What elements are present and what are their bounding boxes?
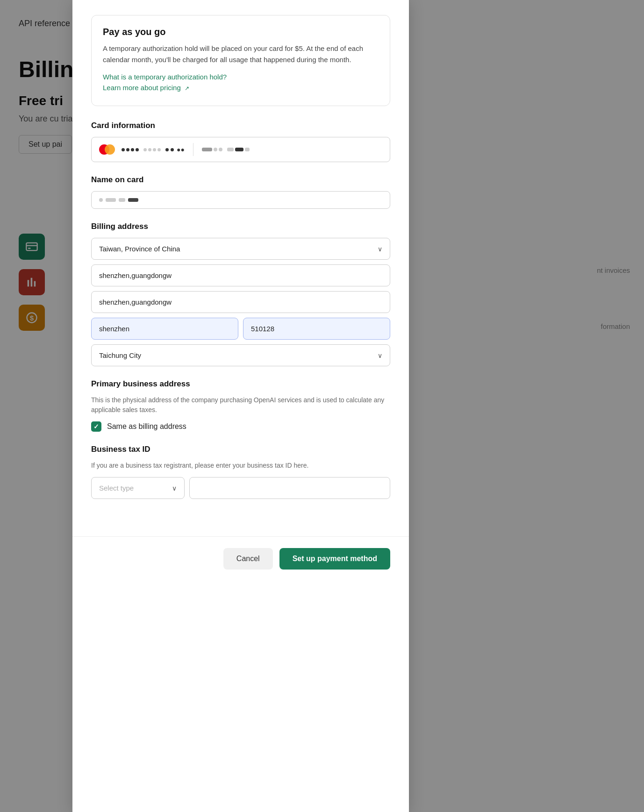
tax-type-select[interactable]: Select type ∨ <box>91 477 185 499</box>
primary-business-desc: This is the physical address of the comp… <box>91 395 390 415</box>
dot-dark <box>128 198 138 202</box>
info-card-description: A temporary authorization hold will be p… <box>103 43 379 65</box>
business-tax-desc: If you are a business tax registrant, pl… <box>91 461 390 470</box>
card-last-digits: ●● <box>165 146 185 153</box>
billing-address-title: Billing address <box>91 222 390 231</box>
card-info-section: Card information <box>91 121 390 162</box>
mastercard-icon <box>99 144 117 155</box>
country-select[interactable]: Taiwan, Province of China ∨ <box>91 238 390 260</box>
pay-as-you-go-card: Pay as you go A temporary authorization … <box>91 15 390 106</box>
dot <box>165 148 169 151</box>
modal-footer: Cancel Set up payment method <box>72 536 409 588</box>
tax-fields-row: Select type ∨ <box>91 477 390 499</box>
state-value: Taichung City <box>99 351 141 359</box>
business-tax-title: Business tax ID <box>91 445 390 454</box>
address-line2-input[interactable] <box>91 291 390 313</box>
primary-business-section: Primary business address This is the phy… <box>91 379 390 432</box>
check-icon: ✓ <box>93 423 99 430</box>
pricing-link[interactable]: Learn more about pricing ↗ <box>103 84 379 92</box>
dot <box>171 148 174 151</box>
cancel-button[interactable]: Cancel <box>223 548 273 570</box>
pricing-link-text: Learn more about pricing <box>103 84 181 92</box>
dot <box>143 148 147 151</box>
dot <box>148 148 151 151</box>
same-as-billing-label: Same as billing address <box>107 422 186 431</box>
info-card-title: Pay as you go <box>103 27 379 37</box>
same-as-billing-row: ✓ Same as billing address <box>91 421 390 432</box>
cvc-dots <box>227 148 234 151</box>
cvc-last <box>235 148 243 151</box>
city-postal-row <box>91 318 390 340</box>
cvc-field <box>227 148 250 151</box>
country-value: Taiwan, Province of China <box>99 245 180 253</box>
chevron-down-icon: ∨ <box>172 484 177 492</box>
external-link-icon: ↗ <box>185 85 189 92</box>
dot <box>106 198 116 202</box>
name-on-card-section: Name on card <box>91 175 390 209</box>
card-input-row[interactable]: ●● <box>91 137 390 162</box>
card-dots-2 <box>143 148 161 151</box>
same-as-billing-checkbox[interactable]: ✓ <box>91 421 101 432</box>
dot <box>126 148 129 151</box>
chevron-down-icon: ∨ <box>378 352 382 359</box>
chevron-down-icon: ∨ <box>378 245 382 253</box>
card-divider <box>193 143 193 156</box>
cvc-end <box>245 148 250 151</box>
dot <box>131 148 134 151</box>
city-input[interactable] <box>91 318 238 340</box>
expiry-dots <box>202 148 212 151</box>
dot <box>157 148 161 151</box>
state-select[interactable]: Taichung City ∨ <box>91 344 390 366</box>
dot <box>219 148 222 151</box>
dot <box>136 148 139 151</box>
name-placeholder <box>99 198 138 202</box>
name-input[interactable] <box>91 191 390 209</box>
payment-modal: Pay as you go A temporary authorization … <box>72 0 409 812</box>
dot <box>122 148 125 151</box>
dot <box>214 148 217 151</box>
modal-content: Pay as you go A temporary authorization … <box>72 0 409 536</box>
business-tax-section: Business tax ID If you are a business ta… <box>91 445 390 499</box>
tax-id-input[interactable] <box>189 477 390 499</box>
primary-business-title: Primary business address <box>91 379 390 389</box>
address-line1-input[interactable] <box>91 264 390 286</box>
billing-address-section: Billing address Taiwan, Province of Chin… <box>91 222 390 366</box>
card-info-title: Card information <box>91 121 390 130</box>
tax-type-placeholder: Select type <box>99 484 134 492</box>
setup-payment-button[interactable]: Set up payment method <box>279 548 390 570</box>
dot <box>99 198 103 202</box>
name-on-card-title: Name on card <box>91 175 390 185</box>
card-dots-1 <box>122 148 139 151</box>
dot <box>119 198 125 202</box>
dot <box>153 148 156 151</box>
auth-hold-link[interactable]: What is a temporary authorization hold? <box>103 73 379 81</box>
expiry-field <box>202 148 222 151</box>
postal-code-input[interactable] <box>243 318 390 340</box>
mc-circle-right <box>105 144 115 155</box>
